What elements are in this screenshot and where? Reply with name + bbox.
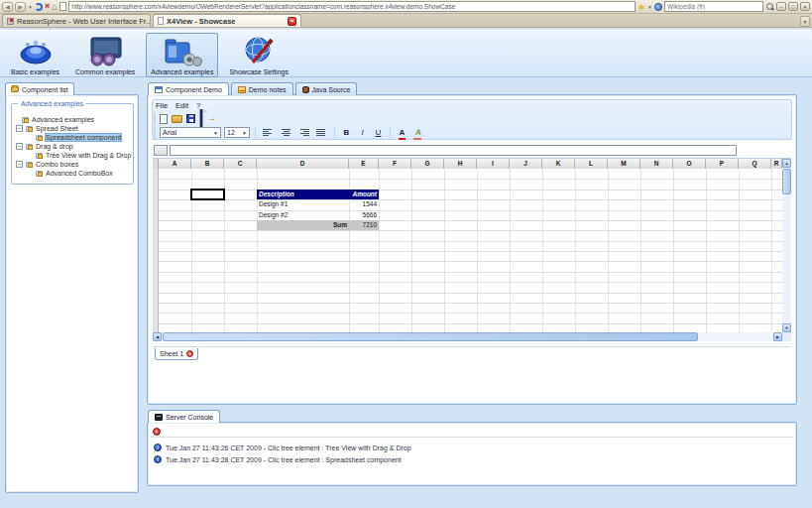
tree-expander-icon[interactable]: − [16, 143, 23, 150]
column-header-cell[interactable]: R [771, 159, 782, 169]
scroll-left-icon[interactable]: ◀ [153, 332, 162, 341]
font-family-select[interactable]: Arial ▼ [160, 127, 221, 138]
column-header-cell[interactable]: M [608, 159, 640, 169]
refresh-icon[interactable] [35, 3, 43, 11]
scroll-right-icon[interactable]: ▶ [773, 332, 782, 341]
cell-design2-value[interactable]: 5666 [349, 210, 379, 220]
column-header-cell[interactable]: I [477, 159, 510, 169]
vertical-scroll-thumb[interactable] [782, 169, 791, 194]
search-input[interactable] [664, 1, 763, 12]
column-header-cell[interactable]: K [542, 159, 575, 169]
common-examples-button[interactable]: Common examples [70, 33, 140, 77]
tree-item-advanced-examples[interactable]: Advanced examples [14, 115, 131, 124]
bold-button[interactable]: B [340, 127, 353, 139]
column-header-cell[interactable]: Q [739, 159, 771, 169]
restore-button[interactable]: □ [788, 2, 798, 11]
align-left-button[interactable] [261, 127, 276, 139]
menu-file[interactable]: File [156, 101, 168, 110]
align-center-button[interactable] [279, 127, 293, 139]
advanced-examples-button[interactable]: Advanced examples [146, 33, 218, 77]
history-dropdown-icon[interactable]: ▼ [28, 4, 33, 10]
cell-design2-label[interactable]: Design #2 [257, 210, 349, 220]
browser-tab-showcase[interactable]: X4View - Showcase × [153, 14, 301, 27]
underline-button[interactable]: U [372, 127, 385, 139]
align-justify-button[interactable] [314, 127, 329, 139]
cell-design1-label[interactable]: Design #1 [257, 199, 349, 209]
align-right-button[interactable] [296, 127, 311, 139]
column-header-cell[interactable]: H [444, 159, 477, 169]
tree-item-drag-and-drop[interactable]: − Drag & drop [14, 142, 131, 151]
clear-console-icon[interactable]: × [153, 428, 161, 436]
column-header-cell[interactable]: J [510, 159, 542, 169]
bookmark-star-icon[interactable]: ★ [638, 2, 645, 12]
font-color-button[interactable]: A [396, 127, 408, 139]
home-icon[interactable]: ⌂ [52, 2, 58, 12]
sheet-close-icon[interactable]: × [186, 350, 193, 357]
stop-icon[interactable]: × [45, 2, 50, 11]
font-size-select[interactable]: 12 ▼ [224, 127, 250, 138]
cell-sum-value[interactable]: 7210 [349, 220, 379, 230]
formula-function-button[interactable] [154, 145, 168, 156]
tab-component-demo[interactable]: Component Demo [148, 82, 229, 95]
scroll-down-icon[interactable]: ▼ [782, 323, 791, 332]
column-header-cell[interactable]: G [411, 159, 444, 169]
url-input[interactable] [68, 1, 636, 12]
cell-amount-header[interactable]: Amount [349, 190, 379, 199]
column-header-row: ABCDEFGHIJKLMNOPQR [153, 159, 782, 169]
column-header-cell[interactable]: C [224, 159, 257, 169]
column-header-cell[interactable]: L [575, 159, 608, 169]
close-button[interactable]: × [800, 2, 810, 11]
export-icon[interactable]: → [207, 114, 216, 123]
selected-cell[interactable] [190, 189, 225, 200]
scroll-up-icon[interactable]: ▲ [782, 159, 791, 168]
bookmark-dropdown-icon[interactable]: ▼ [647, 4, 652, 10]
column-header-cell[interactable]: O [673, 159, 706, 169]
vertical-scrollbar[interactable]: ▲ ▼ [782, 159, 791, 332]
column-header-cell[interactable]: F [379, 159, 411, 169]
showcase-settings-button[interactable]: Showcase Settings [224, 33, 293, 77]
horizontal-scroll-thumb[interactable] [163, 332, 698, 341]
spreadsheet[interactable]: ABCDEFGHIJKLMNOPQR Description Amount De… [153, 158, 791, 341]
column-header-cell[interactable]: A [159, 159, 191, 169]
tab-component-list[interactable]: Component list [5, 82, 74, 95]
column-header-cell[interactable]: N [640, 159, 673, 169]
column-header-cell[interactable]: B [191, 159, 224, 169]
fill-color-button[interactable]: A [411, 127, 424, 139]
tab-server-console[interactable]: Server Console [148, 410, 220, 423]
cell-sum-label[interactable]: Sum [257, 220, 349, 230]
tab-java-source[interactable]: Java Source [295, 82, 358, 95]
tree-item-advanced-combobox[interactable]: Advanced ComboBox [14, 169, 131, 178]
open-folder-icon[interactable] [172, 115, 182, 123]
tree-item-tree-view-with-drag-drop[interactable]: Tree View with Drag & Drop [14, 151, 131, 160]
forward-button[interactable]: ▶ [15, 2, 26, 12]
formula-input[interactable] [170, 145, 737, 156]
tree-item-spreadsheet-component[interactable]: Spreadsheet component [14, 133, 131, 142]
minimize-button[interactable]: – [776, 2, 786, 11]
browser-tab-reasonsphere[interactable]: ReasonSphere - Web User Interface Fr... [2, 14, 151, 27]
column-header-cell[interactable]: E [349, 159, 379, 169]
save-icon[interactable] [186, 114, 195, 123]
italic-button[interactable]: I [356, 127, 369, 139]
column-header-cell[interactable]: P [706, 159, 739, 169]
tab-overflow-icon[interactable]: ▼ [800, 16, 810, 27]
tree-item-combo-boxes[interactable]: − Combo boxes [14, 160, 131, 169]
tree-expander-icon[interactable]: − [16, 125, 23, 132]
search-engine-icon[interactable] [654, 3, 662, 11]
back-button[interactable]: ◀ [2, 2, 13, 12]
tab-close-icon[interactable]: × [288, 17, 296, 26]
search-icon[interactable] [765, 2, 774, 11]
cell-description-header[interactable]: Description [257, 190, 349, 199]
sheet-grid[interactable]: Description Amount Design #1 1544 Design… [153, 169, 782, 332]
separator [334, 127, 335, 138]
log-entry: i Tue Jan 27 11:43:28 CET 2009 - Clic tr… [154, 455, 402, 463]
new-document-icon[interactable] [160, 114, 168, 124]
column-header-cell[interactable]: D [257, 159, 349, 169]
basic-examples-button[interactable]: Basic examples [6, 33, 64, 77]
tab-demo-notes[interactable]: Demo notes [231, 82, 293, 95]
tree-item-spread-sheet[interactable]: − Spread Sheet [14, 124, 131, 133]
horizontal-scrollbar[interactable]: ◀ ▶ [153, 332, 782, 341]
tab-sheet-1[interactable]: Sheet 1 × [155, 348, 198, 360]
cell-design1-value[interactable]: 1544 [349, 199, 379, 209]
tree-expander-icon[interactable]: − [16, 161, 23, 168]
menu-edit[interactable]: Edit [175, 101, 188, 110]
